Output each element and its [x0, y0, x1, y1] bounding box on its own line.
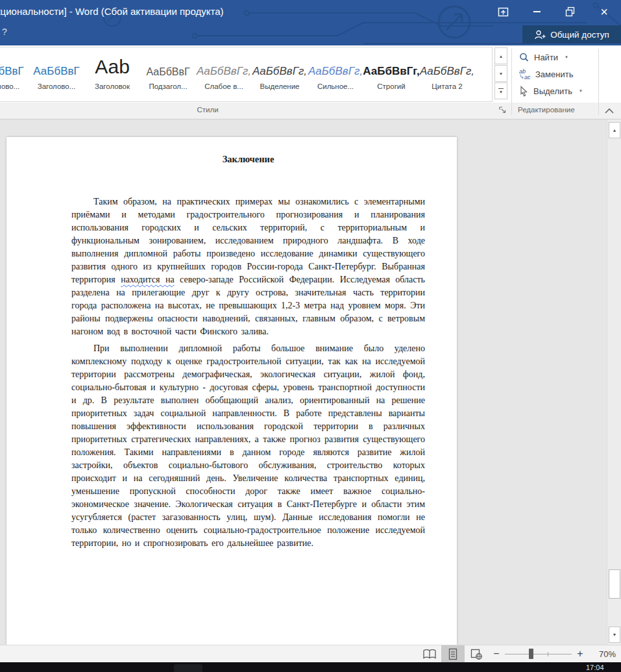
replace-icon-text-bottom: ac [524, 74, 531, 80]
minimize-button[interactable] [520, 0, 554, 23]
gallery-more-button[interactable]: ▼ [494, 82, 507, 99]
restore-button[interactable] [554, 0, 587, 23]
triangle-down-icon: ▼ [499, 90, 503, 94]
paragraph-1: Таким образом, на практических примерах … [71, 195, 425, 338]
scroll-up-button[interactable]: ▲ [609, 122, 620, 138]
styles-gallery: АаБбВвГ Заголово... АаБбВвГ Заголово... … [0, 47, 493, 102]
taskbar-clock: 17:04 [586, 664, 604, 671]
zoom-level[interactable]: 70% [589, 649, 616, 659]
style-preview: АаБбВвГ [30, 51, 83, 78]
ribbon-display-options-button[interactable] [486, 0, 520, 23]
minimize-icon [533, 11, 541, 12]
cursor-arrow-icon [518, 86, 529, 97]
style-preview: АаБбВвГг, [253, 51, 306, 78]
zoom-slider-thumb[interactable] [529, 649, 533, 659]
person-plus-icon [534, 29, 546, 40]
select-button[interactable]: Выделить ▼ [515, 82, 586, 99]
more-bar-icon [498, 88, 504, 89]
style-label: Слабое в... [197, 82, 250, 90]
document-page[interactable]: Заключение Таким образом, на практически… [6, 137, 457, 645]
triangle-down-icon: ▼ [499, 71, 503, 76]
select-label: Выделить [533, 86, 572, 96]
style-item-emphasis[interactable]: АаБбВвГг, Выделение [253, 51, 306, 101]
close-icon: × [600, 5, 608, 18]
group-separator [511, 49, 512, 115]
styles-dialog-launcher-button[interactable] [498, 105, 507, 114]
window-title: кциональности] - Word (Сбой активации пр… [0, 6, 223, 17]
share-button[interactable]: Общий доступ [522, 25, 621, 44]
style-item-heading1[interactable]: АаБбВвГ Заголово... [0, 51, 27, 101]
style-label: Заголово... [30, 82, 83, 90]
web-layout-icon [470, 648, 483, 660]
style-item-subtitle[interactable]: АаБбВвГ Подзагол... [141, 51, 195, 101]
replace-icon: ab ac [518, 68, 531, 80]
chevron-up-icon [604, 107, 615, 115]
print-layout-icon [448, 648, 458, 660]
paragraph-2: При выполнении дипломной работы большое … [71, 342, 425, 550]
status-bar-right: − + 70% [418, 645, 616, 662]
replace-label: Заменить [535, 69, 573, 79]
style-preview: АаБбВвГг, [365, 51, 418, 78]
status-bar: − + 70% [0, 645, 621, 662]
ribbon: АаБбВвГ Заголово... АаБбВвГ Заголово... … [0, 45, 621, 119]
style-label: Цитата 2 [420, 82, 474, 90]
styles-gallery-scroll: ▲ ▼ ▼ [494, 47, 507, 100]
read-mode-button[interactable] [418, 645, 441, 662]
triangle-down-icon: ▼ [613, 632, 617, 637]
window-controls: × [486, 0, 621, 23]
search-icon [518, 52, 530, 63]
taskbar-strip: 17:04 [0, 662, 621, 672]
style-label: Строгий [365, 82, 418, 90]
styles-group-label: Стили [188, 106, 227, 114]
style-preview: АаБбВвГ [141, 51, 195, 78]
zoom-in-button[interactable]: + [572, 648, 589, 660]
zoom-slider-notch [548, 652, 548, 656]
editing-group: Найти ▼ ab ac Заменить Выделить ▼ [515, 49, 586, 99]
style-preview: Ааb [86, 51, 139, 78]
scrollbar-thumb[interactable] [609, 569, 620, 599]
style-item-title[interactable]: Ааb Заголовок [86, 51, 139, 101]
style-item-quote2[interactable]: АаБбВвГг, Цитата 2 [420, 51, 474, 101]
group-separator [598, 49, 599, 115]
vertical-scrollbar[interactable]: ▲ ▼ [607, 119, 621, 645]
style-preview: АаБбВвГг, [420, 51, 474, 78]
triangle-up-icon: ▲ [499, 54, 503, 58]
style-label: Выделение [253, 82, 306, 90]
document-canvas: Заключение Таким образом, на практически… [0, 119, 621, 645]
style-preview: АаБбВвГ [0, 51, 27, 78]
collapse-ribbon-button[interactable] [604, 106, 615, 114]
style-label: Заголово... [0, 82, 27, 90]
style-preview: АаБбВвГг, [309, 51, 362, 78]
scroll-down-button[interactable]: ▼ [609, 627, 620, 643]
dialog-launcher-icon [498, 106, 507, 114]
web-layout-button[interactable] [465, 645, 488, 662]
style-item-heading2[interactable]: АаБбВвГ Заголово... [30, 51, 83, 101]
word-window: { "window": { "title": "кциональности] -… [0, 0, 621, 672]
gallery-scroll-up-button[interactable]: ▲ [494, 47, 507, 64]
close-button[interactable]: × [587, 0, 621, 23]
style-item-intense-emphasis[interactable]: АаБбВвГг, Сильное... [309, 51, 362, 101]
print-layout-button[interactable] [441, 645, 465, 662]
read-mode-icon [422, 648, 437, 660]
zoom-out-button[interactable]: − [488, 648, 505, 660]
restore-icon [565, 6, 576, 17]
editing-group-label: Редактирование [518, 106, 575, 114]
share-button-label: Общий доступ [550, 30, 609, 40]
tell-me-box-remnant[interactable]: ? [2, 27, 7, 37]
style-item-subtle-emphasis[interactable]: АаБбВвГг, Слабое в... [197, 51, 250, 101]
find-label: Найти [534, 53, 558, 62]
style-label: Сильное... [309, 82, 362, 90]
find-button[interactable]: Найти ▼ [515, 49, 586, 66]
chevron-down-icon: ▼ [565, 55, 568, 59]
grammar-flagged-text: находится на [121, 275, 175, 284]
ribbon-display-options-icon [498, 6, 509, 18]
style-label: Подзагол... [141, 82, 195, 90]
taskbar-button[interactable] [174, 664, 202, 672]
style-label: Заголовок [86, 82, 139, 90]
zoom-slider-track [505, 654, 572, 654]
gallery-scroll-down-button[interactable]: ▼ [494, 65, 507, 82]
style-preview: АаБбВвГг, [197, 51, 250, 78]
style-item-strong[interactable]: АаБбВвГг, Строгий [365, 51, 418, 101]
replace-button[interactable]: ab ac Заменить [515, 66, 586, 82]
zoom-slider[interactable] [505, 645, 572, 662]
